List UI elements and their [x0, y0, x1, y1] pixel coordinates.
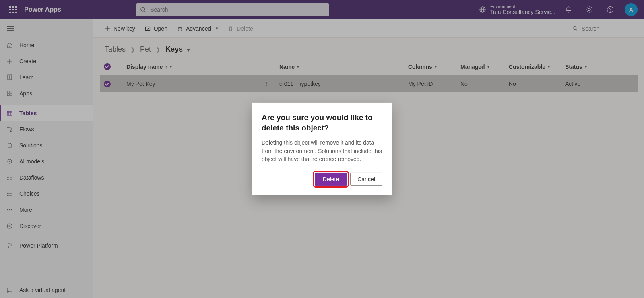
dialog-title: Are you sure you would like to delete th…	[262, 112, 382, 133]
dialog-cancel-button[interactable]: Cancel	[350, 173, 382, 186]
confirm-delete-dialog: Are you sure you would like to delete th…	[252, 103, 392, 195]
dialog-body: Deleting this object will remove it and …	[262, 139, 382, 163]
dialog-delete-button[interactable]: Delete	[315, 173, 347, 186]
